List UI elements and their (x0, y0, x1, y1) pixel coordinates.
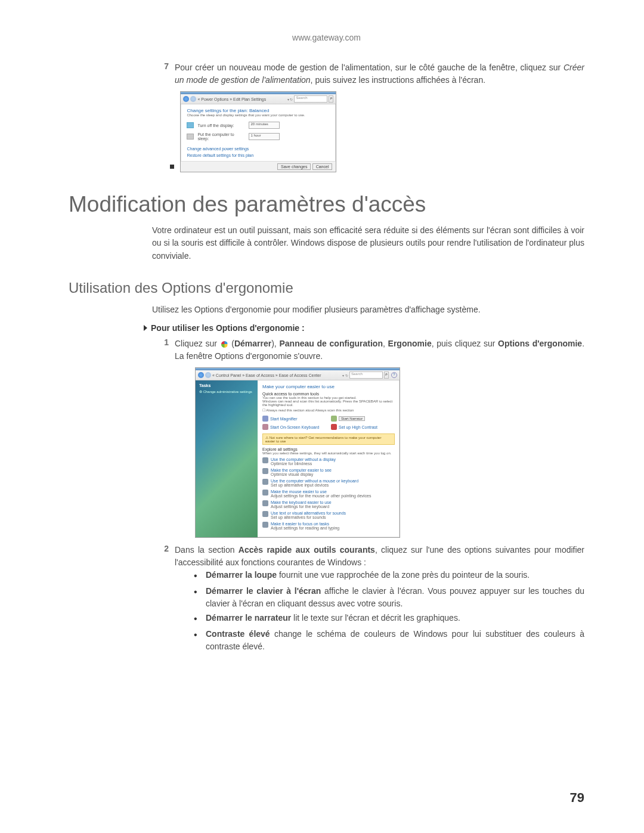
explore-item-4[interactable]: Make the mouse easier to useAdjust setti… (262, 490, 395, 498)
search-go-icon[interactable]: ρ (329, 95, 333, 103)
s1-panneau: Panneau de configuration (279, 339, 383, 348)
search-input[interactable]: Search (349, 371, 383, 379)
explore-icon (262, 490, 268, 496)
row1-label: Turn off the display: (197, 123, 245, 128)
bullet-item: •Démarrer le narrateur lit le texte sur … (194, 612, 584, 626)
contrast-icon (331, 424, 337, 430)
bullet-icon: • (194, 569, 206, 583)
cancel-button[interactable]: Cancel (312, 163, 333, 170)
procedure-title-text: Pour utiliser les Options d'ergonomie : (151, 323, 305, 333)
adv-settings-link[interactable]: Change advanced power settings (187, 147, 330, 151)
explore-item-1[interactable]: Use the computer without a displayOptimi… (262, 457, 395, 466)
arrow-icon (144, 325, 147, 331)
explore-icon (262, 457, 268, 463)
h2-paragraph: Utilisez les Options d'ergonomie pour mo… (152, 304, 584, 317)
explore-item-2[interactable]: Make the computer easier to seeOptimize … (262, 468, 395, 476)
breadcrumb[interactable]: « Control Panel » Ease of Access » Ease … (212, 373, 341, 377)
bullet-item: •Contraste élevé change le schéma de cou… (194, 628, 584, 653)
narrator-icon (331, 416, 337, 422)
page: www.gateway.com 7 Pour créer un nouveau … (0, 0, 644, 833)
heading-1: Modification des paramètres d'accès (69, 193, 584, 217)
explore-icon (262, 479, 268, 485)
explore-item-6[interactable]: Use text or visual alternatives for soun… (262, 511, 395, 519)
restore-defaults-link[interactable]: Restore default settings for this plan (187, 153, 330, 157)
explore-icon (262, 500, 268, 506)
sleep-timeout-select[interactable]: 1 hour (249, 133, 280, 140)
bullet-item: •Démarrer le clavier à l'écran affiche l… (194, 585, 584, 610)
heading-2: Utilisation des Options d'ergonomie (69, 280, 584, 296)
step-7-text: Pour créer un nouveau mode de gestion de… (175, 61, 584, 86)
bullet-item: •Démarrer la loupe fournit une vue rappr… (194, 569, 584, 583)
s1-mid: , puis cliquez sur (432, 339, 498, 348)
quick-access-title: Quick access to common tools (262, 392, 395, 396)
figure-ease-of-access: « Control Panel » Ease of Access » Ease … (195, 367, 584, 538)
quick-checkboxes[interactable]: ☐ Always read this section aloud Always … (262, 408, 395, 412)
bullet-text: Démarrer le clavier à l'écran affiche le… (206, 585, 584, 610)
s1-demarrer: Démarrer (234, 339, 271, 348)
intro-paragraph: Votre ordinateur est un outil puissant, … (152, 224, 584, 263)
save-button[interactable]: Save changes (277, 163, 311, 170)
step-2-text: Dans la section Accès rapide aux outils … (175, 544, 584, 655)
recommendation-bar[interactable]: ⚠ Not sure where to start? Get recommend… (262, 433, 395, 445)
s2-pre: Dans la section (175, 545, 239, 555)
keyboard-icon (262, 424, 268, 430)
step-2-number: 2 (152, 544, 175, 655)
start-narrator[interactable]: Start Narrator (331, 416, 395, 422)
row2-label: Put the computer to sleep: (197, 132, 245, 141)
search-go-icon[interactable]: ρ (384, 371, 389, 379)
bullet-text: Démarrer le narrateur lit le texte sur l… (206, 612, 584, 626)
admin-settings-link[interactable]: ⚙ Change administrative settings (199, 389, 254, 394)
s2-bold: Accès rapide aux outils courants (239, 545, 375, 555)
explore-item-5[interactable]: Make the keyboard easier to useAdjust se… (262, 500, 395, 509)
explore-icon (262, 511, 268, 517)
step-7-post: , puis suivez les instructions affichées… (311, 75, 485, 85)
bullet-icon: • (194, 585, 206, 610)
s1-sep2: , (383, 339, 388, 348)
help-icon[interactable]: ? (391, 372, 397, 378)
bullet-icon: • (194, 612, 206, 626)
header-url: www.gateway.com (69, 33, 584, 42)
step-7-number: 7 (152, 61, 175, 86)
bullet-text: Contraste élevé change le schéma de coul… (206, 628, 584, 653)
quick-sub2: Windows can read and scan this list auto… (262, 400, 395, 407)
main-heading: Make your computer easier to use (262, 384, 395, 389)
back-icon[interactable] (183, 96, 189, 102)
figure-marker-icon (170, 165, 174, 169)
explore-sub: When you select these settings, they wil… (262, 451, 395, 455)
s1-options: Options d'ergonomie (498, 339, 582, 348)
step-7-pre: Pour créer un nouveau mode de gestion de… (175, 63, 564, 72)
tasks-label: Tasks (199, 383, 254, 388)
search-input[interactable]: Search (294, 95, 327, 103)
high-contrast[interactable]: Set up High Contrast (331, 424, 395, 430)
start-magnifier[interactable]: Start Magnifier (262, 416, 326, 422)
plan-sub: Choose the sleep and display settings th… (187, 113, 330, 117)
sleep-icon (187, 134, 194, 140)
forward-icon[interactable] (205, 372, 211, 378)
explore-item-7[interactable]: Make it easier to focus on tasksAdjust s… (262, 522, 395, 530)
display-timeout-select[interactable]: 20 minutes (249, 122, 280, 129)
back-icon[interactable] (198, 372, 204, 378)
display-icon (187, 122, 194, 128)
explore-icon (262, 468, 268, 474)
procedure-title: Pour utiliser les Options d'ergonomie : (144, 323, 584, 333)
s1-ergo: Ergonomie (388, 339, 432, 348)
magnifier-icon (262, 416, 268, 422)
page-number: 79 (570, 790, 584, 806)
explore-item-3[interactable]: Use the computer without a mouse or keyb… (262, 479, 395, 487)
windows-logo-icon (221, 341, 228, 348)
s1-pre: Cliquez sur (175, 339, 220, 348)
plan-heading: Change settings for the plan: Balanced (187, 108, 330, 113)
bullet-text: Démarrer la loupe fournit une vue rappro… (206, 569, 584, 583)
forward-icon[interactable] (190, 96, 196, 102)
start-osk[interactable]: Start On-Screen Keyboard (262, 424, 326, 430)
explore-icon (262, 522, 268, 528)
breadcrumb[interactable]: « Power Options » Edit Plan Settings (197, 97, 286, 101)
explore-title: Explore all settings (262, 447, 395, 451)
bullet-icon: • (194, 628, 206, 653)
step-1-number: 1 (152, 337, 175, 363)
step-1-text: Cliquez sur (Démarrer), Panneau de confi… (175, 337, 584, 363)
figure-power-options: « Power Options » Edit Plan Settings ▾ ↻… (170, 91, 584, 172)
